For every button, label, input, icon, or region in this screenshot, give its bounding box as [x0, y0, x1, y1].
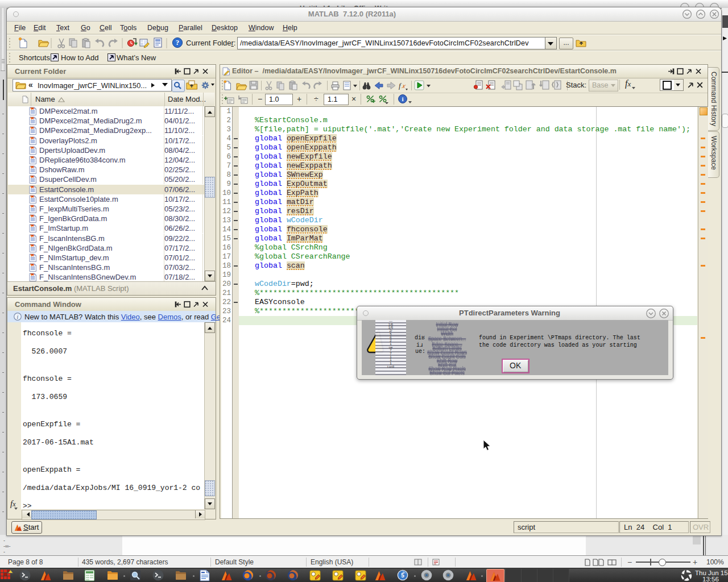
svg-text:?: ?	[176, 38, 180, 47]
svg-text:i: i	[17, 314, 19, 320]
svg-text:i: i	[402, 95, 403, 102]
svg-text:𝑥: 𝑥	[402, 82, 406, 89]
svg-text:5: 5	[401, 572, 404, 579]
